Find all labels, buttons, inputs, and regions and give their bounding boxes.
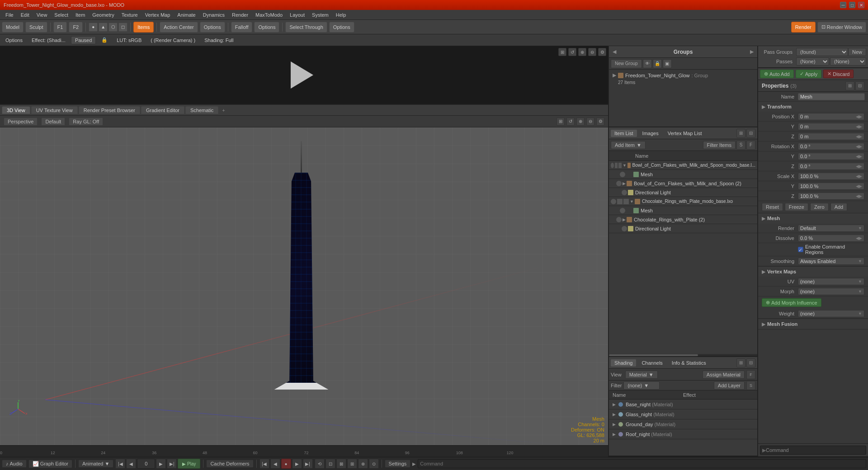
options-button[interactable]: Options xyxy=(200,22,225,33)
paused-label[interactable]: Paused xyxy=(71,36,96,44)
menu-select[interactable]: Select xyxy=(51,11,72,19)
shading-arrow-1[interactable]: ▶ xyxy=(613,412,616,417)
pb-3[interactable]: ⊠ xyxy=(336,459,346,469)
groups-eye-btn[interactable]: 👁 xyxy=(643,59,652,68)
preview-ctrl-5[interactable]: ⚙ xyxy=(598,48,606,56)
item-row-0[interactable]: ▼ Bowl_of_Corn_Flakes_with_Milk_and_Spoo… xyxy=(609,161,757,170)
perspective-selector[interactable]: Perspective xyxy=(4,118,38,126)
menu-edit[interactable]: Edit xyxy=(17,11,33,19)
shading-label[interactable]: Shading: Full xyxy=(201,37,237,44)
shading-arrow-2[interactable]: ▶ xyxy=(613,422,616,427)
passes-select2[interactable]: (None) xyxy=(830,57,866,66)
frame-input[interactable] xyxy=(137,459,155,469)
audio-button[interactable]: ♪ Audio xyxy=(2,460,27,468)
command-input-right[interactable]: ▶ Command xyxy=(760,446,866,455)
pb-4[interactable]: ⊞ xyxy=(347,459,357,469)
tab-add-button[interactable]: + xyxy=(219,107,227,114)
passes-select[interactable]: (None) xyxy=(796,57,829,66)
render-button[interactable]: Render xyxy=(791,22,816,33)
item-vis-4[interactable] xyxy=(623,199,629,204)
item-arrow-0[interactable]: ▼ xyxy=(623,163,627,168)
tab-info-stats[interactable]: Info & Statistics xyxy=(668,359,710,367)
assign-material-button[interactable]: Assign Material xyxy=(703,371,745,379)
transform-section-header[interactable]: ▶ Transform xyxy=(758,102,868,112)
collapse-panel-btn[interactable]: ⊟ xyxy=(746,129,755,138)
vertex-maps-header[interactable]: ▶ Vertex Maps xyxy=(758,267,868,277)
item-arrow-2[interactable]: ▶ xyxy=(623,181,626,186)
shading-row-2[interactable]: ▶ Ground_day (Material) xyxy=(609,419,757,429)
viewport-ctrl-5[interactable]: ⚙ xyxy=(596,118,604,126)
auto-add-button[interactable]: ⊕ Auto Add xyxy=(760,70,794,78)
uv-value[interactable]: (none) ▼ xyxy=(798,278,864,285)
record-button[interactable]: ● xyxy=(281,459,291,469)
pass-groups-new-btn[interactable]: New xyxy=(848,48,866,56)
item-arrow-6[interactable]: ▶ xyxy=(623,217,626,222)
options3-button[interactable]: Options xyxy=(329,22,354,33)
dissolve-value[interactable]: 0.0 % ◀▶ xyxy=(798,235,864,242)
item-eye-2[interactable] xyxy=(616,181,622,186)
transport2-4[interactable]: ▶| xyxy=(303,459,313,469)
groups-lock-btn[interactable]: 🔒 xyxy=(653,59,662,68)
menu-file[interactable]: File xyxy=(2,11,17,19)
item-row-3[interactable]: Directional Light xyxy=(609,188,757,197)
options-label[interactable]: Options xyxy=(2,37,26,44)
items-f-btn[interactable]: F xyxy=(746,141,755,150)
item-arrow-4[interactable]: ▼ xyxy=(630,199,634,204)
mesh-fusion-header[interactable]: ▶ Mesh Fusion xyxy=(758,319,868,329)
command-input[interactable] xyxy=(418,459,866,468)
action-center-button[interactable]: Action Center xyxy=(160,22,198,33)
menu-dynamics[interactable]: Dynamics xyxy=(199,11,228,19)
reset-button[interactable]: Reset xyxy=(762,203,783,211)
name-input[interactable] xyxy=(798,93,865,100)
apply-button[interactable]: ✓ Apply xyxy=(796,70,822,78)
scale-x-value[interactable]: 100.0 % ◀▶ xyxy=(798,173,864,180)
item-vis-0[interactable] xyxy=(618,163,622,168)
select-mode-2[interactable]: ▲ xyxy=(99,23,108,32)
scale-y-value[interactable]: 100.0 % ◀▶ xyxy=(798,183,864,190)
smoothing-value[interactable]: Always Enabled ▼ xyxy=(798,258,864,265)
filter-items-button[interactable]: Filter Items xyxy=(703,141,736,149)
menu-animate[interactable]: Animate xyxy=(174,11,199,19)
viewport-ctrl-1[interactable]: ⊞ xyxy=(557,118,565,126)
select-mode-3[interactable]: ⬡ xyxy=(108,23,118,32)
add-morph-button[interactable]: ⊕ Add Morph Influence xyxy=(762,298,821,307)
select-mode-1[interactable]: ● xyxy=(89,23,98,32)
item-row-1[interactable]: Mesh xyxy=(609,170,757,179)
menu-item[interactable]: Item xyxy=(72,11,89,19)
freeze-button[interactable]: Freeze xyxy=(785,203,808,211)
tab-vertex-map[interactable]: Vertex Map List xyxy=(664,130,706,137)
pb-6[interactable]: ⊙ xyxy=(369,459,379,469)
render-camera-label[interactable]: ((Render Camera)) xyxy=(147,37,199,44)
item-eye-3[interactable] xyxy=(622,190,627,195)
menu-vertex-map[interactable]: Vertex Map xyxy=(142,11,174,19)
lut-label[interactable]: LUT: sRGB xyxy=(113,37,145,44)
item-row-5[interactable]: Mesh xyxy=(609,206,757,215)
expand-groups-icon[interactable]: ◀ xyxy=(613,49,616,55)
prev-first-button[interactable]: |◀ xyxy=(115,459,125,469)
tab-channels[interactable]: Channels xyxy=(638,359,666,367)
render-value[interactable]: Default ▼ xyxy=(798,225,864,232)
viewport-canvas[interactable]: X Y Z Mesh Channels: 0 Deformers: ON GL:… xyxy=(0,127,608,445)
tab-schematic[interactable]: Schematic xyxy=(185,106,218,114)
menu-texture[interactable]: Texture xyxy=(118,11,142,19)
items-scrollbar-thumb[interactable] xyxy=(609,354,698,356)
props-collapse-btn[interactable]: ⊟ xyxy=(855,81,864,90)
view-selector[interactable]: Material ▼ xyxy=(625,371,658,379)
item-lock-0[interactable] xyxy=(615,163,618,168)
rot-y-value[interactable]: 0.0 ° ◀▶ xyxy=(798,153,864,160)
transport2-2[interactable]: ◀ xyxy=(270,459,280,469)
menu-layout[interactable]: Layout xyxy=(286,11,308,19)
items-button[interactable]: Items xyxy=(133,22,154,33)
tab-shading[interactable]: Shading xyxy=(611,359,636,367)
shading-arrow-0[interactable]: ▶ xyxy=(613,402,616,407)
item-lock-4[interactable] xyxy=(617,199,623,204)
weight-value[interactable]: (none) ▼ xyxy=(798,310,864,317)
rot-z-value[interactable]: 0.0 ° ◀▶ xyxy=(798,163,864,170)
item-row-2[interactable]: ▶ Bowl_of_Corn_Flakes_with_Milk_and_Spoo… xyxy=(609,179,757,188)
discard-button[interactable]: ✕ Discard xyxy=(823,70,854,78)
expand-panel-btn[interactable]: ⊞ xyxy=(736,129,745,138)
pos-x-value[interactable]: 0 m ◀▶ xyxy=(798,113,864,120)
tab-gradient-editor[interactable]: Gradient Editor xyxy=(141,106,184,114)
item-row-4[interactable]: ▼ Chocolate_Rings_with_Plate_modo_base.l… xyxy=(609,197,757,206)
items-s-btn[interactable]: S xyxy=(736,141,745,150)
